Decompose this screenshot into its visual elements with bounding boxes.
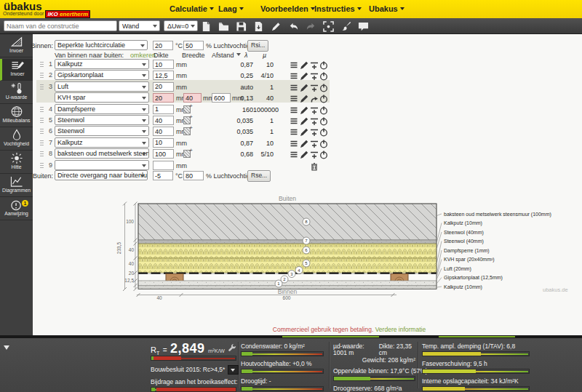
- menu-instructies[interactable]: Instructies: [314, 4, 362, 13]
- layer-power-icon[interactable]: [319, 60, 328, 68]
- panel-collapse-button[interactable]: [4, 345, 9, 353]
- layer-material-select[interactable]: Luft: [55, 81, 149, 92]
- construction-name-input[interactable]: [4, 20, 117, 31]
- texture-icon[interactable]: +: [183, 116, 191, 124]
- layer-pencil-icon[interactable]: [300, 60, 308, 68]
- sidebar-item-alert[interactable]: Aanwijzing1: [0, 199, 33, 220]
- paintbrush-icon[interactable]: [340, 21, 351, 32]
- layer-thickness-input[interactable]: [153, 138, 174, 148]
- layer-menu-icon[interactable]: [290, 127, 298, 135]
- drag-handle-icon[interactable]: [40, 162, 44, 169]
- drag-handle-icon[interactable]: [40, 84, 44, 90]
- layer-menu-icon[interactable]: [290, 71, 298, 79]
- layer-insert-icon[interactable]: [310, 82, 319, 91]
- layer-spacing-input[interactable]: [212, 93, 231, 103]
- layer-thickness-input[interactable]: [153, 127, 174, 136]
- layer-power-icon[interactable]: [319, 127, 328, 135]
- iko-enertherm-logo[interactable]: IKO enertherm: [45, 10, 90, 18]
- texture-icon[interactable]: +: [183, 127, 191, 135]
- open-folder-icon[interactable]: [218, 21, 229, 32]
- drag-handle-icon[interactable]: [40, 61, 44, 68]
- layer-insert-icon[interactable]: [310, 138, 319, 147]
- buiten-temp-input[interactable]: [153, 171, 173, 180]
- layer-thickness-input[interactable]: [153, 105, 174, 114]
- layer-thickness-input[interactable]: [153, 161, 174, 170]
- bouwbesluit-dropdown[interactable]: [228, 365, 239, 375]
- layer-material-select[interactable]: Steenwol: [55, 126, 149, 136]
- layer-material-select[interactable]: Kalkputz: [55, 59, 149, 69]
- more-info-link[interactable]: Verdere informatie: [375, 326, 426, 333]
- buiten-humidity-input[interactable]: [183, 171, 204, 180]
- screenshot-icon[interactable]: [323, 21, 334, 32]
- drag-handle-icon[interactable]: [40, 106, 44, 113]
- sidebar-item-globe[interactable]: Milieubalans: [0, 105, 33, 127]
- layer-insert-icon[interactable]: [310, 127, 319, 135]
- drag-handle-icon[interactable]: [40, 128, 44, 135]
- layer-insert-icon[interactable]: [310, 71, 319, 79]
- layer-pencil-icon[interactable]: [300, 127, 308, 135]
- binnen-surface-select[interactable]: Beperkte luchtcirculatie: [55, 40, 148, 50]
- layer-thickness-input[interactable]: [153, 149, 174, 159]
- du-correction-select[interactable]: ΔUw=0: [164, 20, 198, 31]
- save-icon[interactable]: [236, 21, 247, 32]
- layer-thickness-input[interactable]: [153, 116, 174, 125]
- texture-icon[interactable]: +: [183, 150, 191, 158]
- layer-thickness-input[interactable]: [153, 71, 174, 80]
- drag-handle-icon[interactable]: [40, 140, 44, 146]
- construction-type-select[interactable]: Wand: [119, 20, 160, 31]
- layer-thickness-input[interactable]: [153, 60, 174, 69]
- layer-pencil-icon[interactable]: [300, 93, 308, 102]
- layer-menu-icon[interactable]: [290, 149, 298, 158]
- layer-material-select[interactable]: Kalkputz: [55, 137, 149, 148]
- menu-voorbeelden[interactable]: Voorbeelden: [260, 4, 315, 13]
- layer-menu-icon[interactable]: [290, 138, 298, 147]
- sidebar-item-layers-edit[interactable]: Invoer: [0, 59, 33, 81]
- layer-material-select[interactable]: Gipskartonplaat: [55, 70, 149, 80]
- layer-undo-icon[interactable]: [310, 93, 319, 102]
- layer-pencil-icon[interactable]: [300, 138, 308, 147]
- new-document-icon[interactable]: [201, 21, 212, 32]
- layer-trash-icon[interactable]: [310, 161, 319, 169]
- layer-material-select[interactable]: Dampfsperre: [55, 104, 149, 114]
- layer-menu-icon[interactable]: [290, 60, 298, 68]
- comment-icon[interactable]: [358, 21, 369, 32]
- layer-material-select[interactable]: KVH spar: [55, 92, 149, 103]
- sidebar-item-droplet[interactable]: Vochtigheid: [0, 129, 33, 151]
- layer-power-icon[interactable]: [319, 93, 328, 102]
- layer-thickness-input[interactable]: [153, 93, 174, 103]
- drag-handle-icon[interactable]: [40, 117, 44, 124]
- layer-power-icon[interactable]: [319, 116, 328, 124]
- wall-layers[interactable]: [138, 204, 436, 289]
- layer-material-select[interactable]: baksteen oud metselwerk steensmuur: [55, 148, 149, 159]
- binnen-humidity-input[interactable]: [183, 41, 204, 50]
- layer-width-input[interactable]: [183, 93, 202, 103]
- layer-thickness-input[interactable]: [153, 82, 174, 92]
- layer-power-icon[interactable]: [319, 82, 328, 91]
- buiten-surface-select[interactable]: Directe overgang naar buitenlucht: [55, 170, 148, 180]
- rsi-button[interactable]: Rsi...: [247, 40, 268, 52]
- layer-insert-icon[interactable]: [310, 105, 319, 113]
- layer-menu-icon[interactable]: [290, 116, 298, 124]
- layer-power-icon[interactable]: [319, 138, 328, 147]
- layer-material-select[interactable]: Steenwol: [55, 115, 149, 125]
- menu-calculatie[interactable]: Calculatie: [170, 4, 214, 13]
- layer-power-icon[interactable]: [319, 149, 328, 158]
- layer-menu-icon[interactable]: [290, 82, 298, 91]
- drag-handle-icon[interactable]: [40, 72, 44, 79]
- layer-power-icon[interactable]: [319, 105, 328, 113]
- layer-pencil-icon[interactable]: [300, 105, 308, 113]
- layer-insert-icon[interactable]: [310, 149, 319, 158]
- layer-pencil-icon[interactable]: [300, 149, 308, 158]
- edit-pencil-icon[interactable]: [271, 21, 282, 32]
- pdf-export-icon[interactable]: [253, 21, 264, 32]
- layer-pencil-icon[interactable]: [300, 71, 308, 79]
- layer-pencil-icon[interactable]: [300, 82, 308, 91]
- col-header-afstand[interactable]: Afstand: [212, 52, 241, 59]
- sidebar-item-thermometer[interactable]: U-waarde: [0, 82, 33, 104]
- layer-menu-icon[interactable]: [290, 105, 298, 113]
- layer-pencil-icon[interactable]: [300, 116, 308, 124]
- menu-ubakus[interactable]: Ubakus: [369, 4, 404, 13]
- sidebar-item-sun[interactable]: Hitte: [0, 152, 33, 174]
- binnen-temp-input[interactable]: [153, 41, 173, 50]
- menu-laag[interactable]: Laag: [218, 4, 244, 13]
